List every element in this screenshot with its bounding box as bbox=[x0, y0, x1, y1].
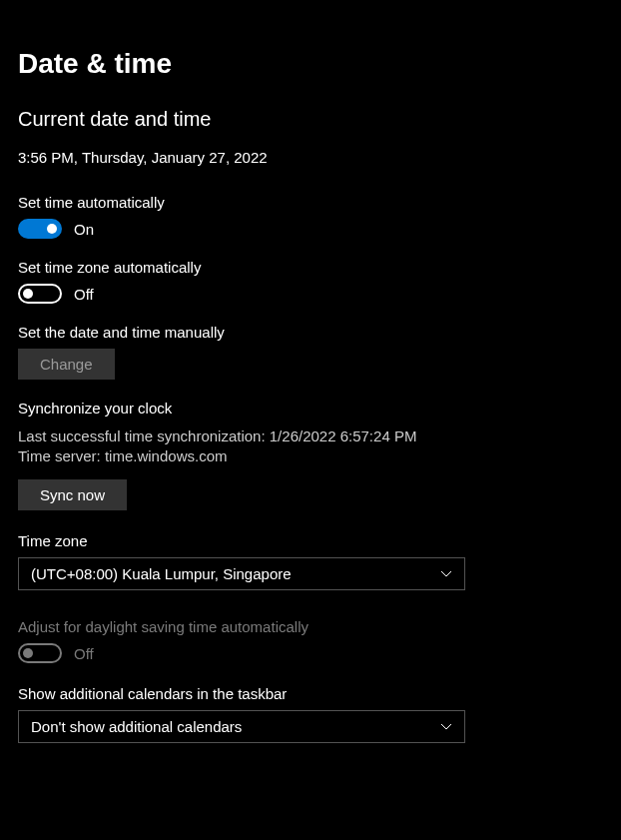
timezone-label: Time zone bbox=[18, 532, 603, 549]
set-timezone-auto-label: Set time zone automatically bbox=[18, 259, 603, 276]
dst-toggle bbox=[18, 643, 62, 663]
page-title: Date & time bbox=[18, 48, 603, 80]
timezone-dropdown[interactable]: (UTC+08:00) Kuala Lumpur, Singapore bbox=[18, 557, 465, 590]
set-time-auto-label: Set time automatically bbox=[18, 194, 603, 211]
dst-label: Adjust for daylight saving time automati… bbox=[18, 618, 603, 635]
additional-calendars-selected-value: Don't show additional calendars bbox=[31, 718, 242, 735]
timezone-selected-value: (UTC+08:00) Kuala Lumpur, Singapore bbox=[31, 565, 292, 582]
chevron-down-icon bbox=[440, 568, 452, 580]
time-server-text: Time server: time.windows.com bbox=[18, 446, 603, 466]
additional-calendars-dropdown[interactable]: Don't show additional calendars bbox=[18, 710, 465, 743]
last-sync-text: Last successful time synchronization: 1/… bbox=[18, 426, 603, 446]
dst-state: Off bbox=[74, 645, 94, 662]
sync-now-button[interactable]: Sync now bbox=[18, 479, 127, 510]
manual-datetime-label: Set the date and time manually bbox=[18, 324, 603, 341]
set-timezone-auto-state: Off bbox=[74, 286, 94, 303]
additional-calendars-label: Show additional calendars in the taskbar bbox=[18, 685, 603, 702]
set-timezone-auto-toggle[interactable] bbox=[18, 284, 62, 304]
current-datetime-value: 3:56 PM, Thursday, January 27, 2022 bbox=[18, 149, 603, 166]
current-datetime-section-title: Current date and time bbox=[18, 108, 603, 131]
change-button[interactable]: Change bbox=[18, 349, 115, 380]
set-time-auto-toggle[interactable] bbox=[18, 219, 62, 239]
set-time-auto-state: On bbox=[74, 221, 94, 238]
chevron-down-icon bbox=[440, 721, 452, 733]
sync-clock-title: Synchronize your clock bbox=[18, 400, 603, 417]
